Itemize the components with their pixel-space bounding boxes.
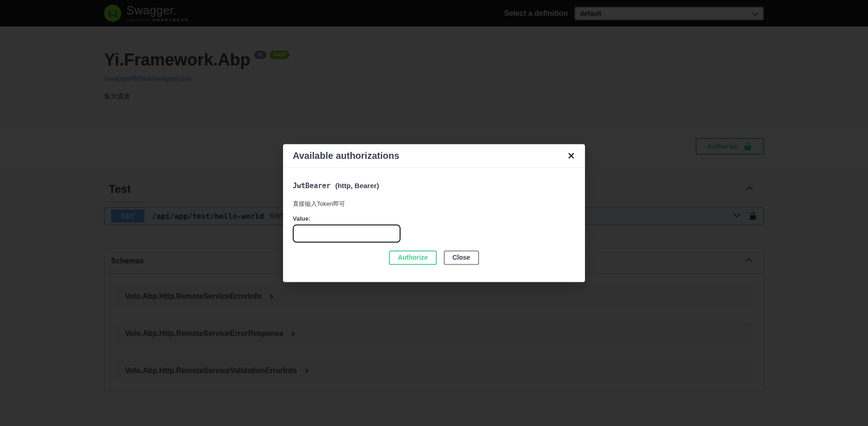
auth-scheme-name: JwtBearer (293, 182, 330, 190)
modal-close-button[interactable]: Close (444, 250, 479, 265)
auth-scheme-description: 直接输入Token即可 (293, 200, 575, 208)
auth-scheme-title: JwtBearer (http, Bearer) (293, 182, 575, 190)
authorizations-modal: Available authorizations × JwtBearer (ht… (283, 144, 585, 282)
auth-scheme-type: (http, Bearer) (335, 182, 379, 190)
close-icon[interactable]: × (567, 151, 575, 161)
modal-title: Available authorizations (293, 151, 399, 161)
token-value-input[interactable] (293, 224, 401, 242)
modal-authorize-button[interactable]: Authorize (389, 250, 437, 265)
value-label: Value: (293, 215, 575, 222)
